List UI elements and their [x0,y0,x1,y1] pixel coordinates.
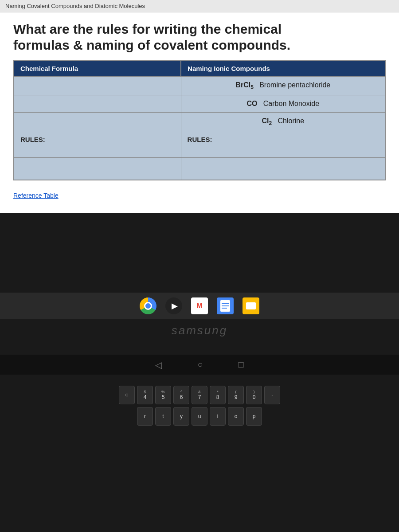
back-button[interactable]: ◁ [155,360,162,370]
keyboard-row-numbers: C $ 4 % 5 ^ 6 & 7 * 8 ( 9 ) 0 [119,386,280,404]
slides-icon[interactable] [243,297,259,314]
key-0[interactable]: ) 0 [246,386,262,404]
key-r[interactable]: r [137,407,153,426]
key-c[interactable]: C [119,386,135,404]
formula-cell-3 [14,113,181,131]
table-row: Cl2 Chlorine [14,113,385,131]
key-4[interactable]: $ 4 [137,386,153,404]
key-7[interactable]: & 7 [192,386,207,404]
key-t[interactable]: t [155,407,171,426]
gmail-icon[interactable]: M [191,297,208,314]
key-9[interactable]: ( 9 [228,386,244,404]
table-rules-row: RULES: RULES: [14,131,385,158]
table-row: BrCl5 Bromine pentachloride [14,76,385,95]
table-row: CO Carbon Monoxide [14,95,385,113]
key-6[interactable]: ^ 6 [173,386,189,404]
key-p[interactable]: p [246,407,262,426]
key-o[interactable]: o [228,407,244,426]
key-minus[interactable]: - [264,386,280,404]
play-icon[interactable]: ▶ [165,297,182,314]
table-header-row: Chemical Formula Naming Ionic Compounds [14,61,385,76]
table-empty-row [14,158,385,180]
empty-cell-1 [14,158,181,180]
key-5[interactable]: % 5 [155,386,171,404]
formula-cl2: Cl2 [262,117,272,125]
recents-button[interactable]: □ [239,360,244,370]
home-button[interactable]: ○ [197,360,203,370]
formula-cell-2 [14,95,181,113]
taskbar: ▶ M [0,293,399,319]
top-bar: Naming Covalent Compounds and Diatomic M… [0,0,399,12]
docs-icon[interactable] [217,297,234,314]
name-brcl5: Bromine pentachloride [259,81,330,89]
rules-col2: RULES: [181,131,385,158]
bottom-navigation-bar: ◁ ○ □ [0,355,399,375]
keyboard-row-letters: r t y u i o p [137,407,262,426]
col2-header: Naming Ionic Compounds [181,61,385,76]
key-8[interactable]: * 8 [210,386,226,404]
rules-col1: RULES: [14,131,181,158]
name-cell-3: Cl2 Chlorine [181,113,385,131]
name-co: Carbon Monoxide [263,100,319,107]
heading-line1: What are the rules for writing the chemi… [13,22,282,36]
main-heading: What are the rules for writing the chemi… [13,21,386,53]
chrome-icon[interactable] [140,297,156,314]
formula-brcl5: BrCl5 [235,81,253,89]
keyboard-area: C $ 4 % 5 ^ 6 & 7 * 8 ( 9 ) 0 [0,377,399,532]
samsung-logo: samsung [172,324,228,337]
heading-line2: formulas & naming of covalent compounds. [13,38,290,52]
key-y[interactable]: y [173,407,189,426]
samsung-logo-area: samsung [0,324,399,337]
formula-cell-1 [14,76,181,95]
name-cell-2: CO Carbon Monoxide [181,95,385,113]
page-title: Naming Covalent Compounds and Diatomic M… [5,3,145,9]
screen-area: Naming Covalent Compounds and Diatomic M… [0,0,399,213]
reference-table-link[interactable]: Reference Table [13,192,59,199]
key-u[interactable]: u [192,407,207,426]
chemistry-table: Chemical Formula Naming Ionic Compounds … [13,60,386,180]
key-i[interactable]: i [210,407,226,426]
empty-cell-2 [181,158,385,180]
col1-header: Chemical Formula [14,61,181,76]
name-cl2: Chlorine [278,117,305,125]
formula-co: CO [246,100,257,107]
name-cell-1: BrCl5 Bromine pentachloride [181,76,385,95]
content-area: What are the rules for writing the chemi… [0,12,399,213]
